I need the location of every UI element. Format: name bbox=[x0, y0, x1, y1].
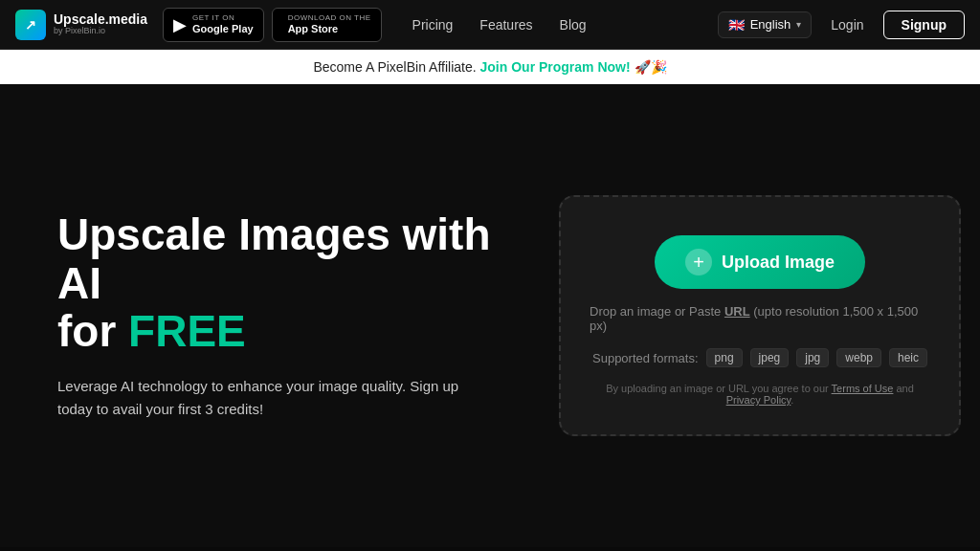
language-label: English bbox=[750, 17, 791, 32]
nav-links: Pricing Features Blog bbox=[401, 11, 598, 38]
url-link[interactable]: URL bbox=[724, 304, 750, 319]
format-png: png bbox=[706, 348, 743, 367]
google-play-button[interactable]: ▶ GET IT ON Google Play bbox=[163, 8, 264, 42]
logo-subtitle: by PixelBin.io bbox=[54, 27, 147, 36]
hero-free-text: FREE bbox=[128, 306, 246, 356]
format-heic: heic bbox=[889, 348, 927, 367]
terms-text: By uploading an image or URL you agree t… bbox=[590, 383, 930, 406]
google-play-small: GET IT ON bbox=[192, 13, 254, 23]
format-webp: webp bbox=[836, 348, 881, 367]
drop-hint: Drop an image or Paste URL (upto resolut… bbox=[590, 304, 930, 333]
app-store-button[interactable]: Download on the App Store bbox=[272, 8, 382, 42]
nav-blog[interactable]: Blog bbox=[548, 11, 598, 38]
nav-features[interactable]: Features bbox=[468, 11, 544, 38]
formats-label: Supported formats: bbox=[592, 351, 699, 365]
nav-right: 🇬🇧 English ▾ Login Signup bbox=[718, 11, 965, 39]
nav-pricing[interactable]: Pricing bbox=[401, 11, 465, 38]
upload-image-button[interactable]: + Upload Image bbox=[655, 235, 865, 289]
navbar: ↗ Upscale.media by PixelBin.io ▶ GET IT … bbox=[0, 0, 980, 50]
hero-title-line2: for bbox=[57, 306, 128, 356]
logo[interactable]: ↗ Upscale.media by PixelBin.io bbox=[15, 10, 147, 40]
affiliate-banner: Become A PixelBin Affiliate. Join Our Pr… bbox=[0, 50, 980, 84]
upload-card: + Upload Image Drop an image or Paste UR… bbox=[559, 195, 961, 436]
affiliate-text: Become A PixelBin Affiliate. bbox=[313, 59, 476, 75]
logo-title: Upscale.media bbox=[54, 12, 147, 27]
signup-button[interactable]: Signup bbox=[883, 11, 965, 39]
format-jpg: jpg bbox=[796, 348, 829, 367]
google-play-icon: ▶ bbox=[173, 14, 187, 35]
language-selector[interactable]: 🇬🇧 English ▾ bbox=[718, 11, 813, 38]
terms-suffix: . bbox=[791, 394, 793, 406]
terms-middle: and bbox=[893, 383, 913, 394]
flag-icon: 🇬🇧 bbox=[728, 17, 745, 33]
app-store-small: Download on the bbox=[288, 13, 371, 23]
app-store-name: App Store bbox=[288, 23, 371, 35]
hero-panel: Upscale Images with AI for FREE Leverage… bbox=[0, 84, 540, 547]
hero-title: Upscale Images with AI for FREE bbox=[57, 210, 501, 356]
format-jpeg: jpeg bbox=[750, 348, 790, 367]
plus-icon: + bbox=[685, 249, 712, 276]
hero-description: Leverage AI technology to enhance your i… bbox=[57, 375, 459, 421]
google-play-name: Google Play bbox=[192, 23, 254, 35]
upload-panel: + Upload Image Drop an image or Paste UR… bbox=[540, 84, 980, 547]
privacy-policy-link[interactable]: Privacy Policy bbox=[726, 394, 791, 406]
upload-button-label: Upload Image bbox=[722, 253, 835, 273]
login-button[interactable]: Login bbox=[819, 11, 875, 38]
logo-icon: ↗ bbox=[15, 10, 46, 40]
formats-row: Supported formats: png jpeg jpg webp hei… bbox=[592, 348, 927, 367]
terms-of-use-link[interactable]: Terms of Use bbox=[832, 383, 894, 394]
affiliate-link[interactable]: Join Our Program Now! 🚀🎉 bbox=[480, 59, 667, 75]
chevron-down-icon: ▾ bbox=[796, 19, 801, 30]
terms-prefix: By uploading an image or URL you agree t… bbox=[606, 383, 831, 394]
main-content: Upscale Images with AI for FREE Leverage… bbox=[0, 84, 980, 547]
hero-title-line1: Upscale Images with AI bbox=[57, 209, 491, 308]
drop-hint-prefix: Drop an image or Paste bbox=[590, 304, 724, 319]
